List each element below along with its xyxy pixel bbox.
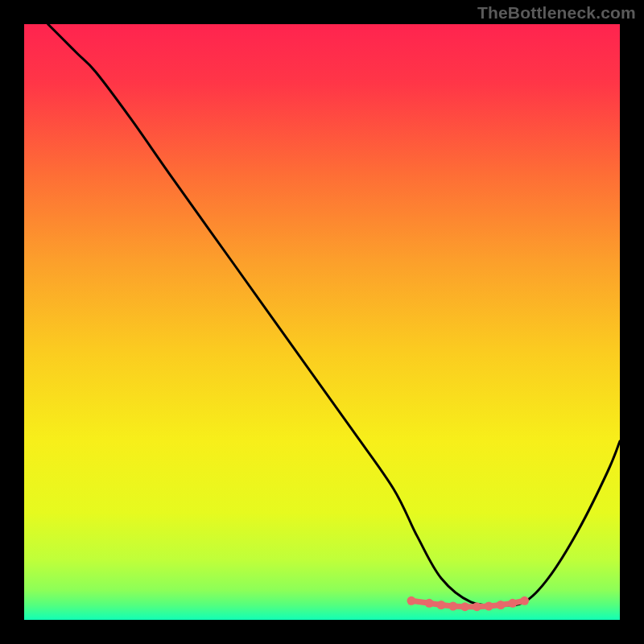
watermark-text: TheBottleneck.com	[477, 3, 636, 23]
bottom-markers	[407, 597, 530, 611]
chart-svg	[24, 24, 620, 620]
marker-point	[520, 597, 529, 605]
marker-point	[473, 602, 481, 611]
marker-point	[437, 601, 446, 609]
marker-point	[460, 602, 469, 611]
marker-point	[485, 602, 493, 611]
marker-point	[425, 599, 434, 608]
marker-point	[497, 601, 506, 609]
bottleneck-curve	[48, 24, 620, 605]
chart-container: { "watermark": "TheBottleneck.com", "cha…	[0, 0, 644, 644]
marker-point	[508, 599, 517, 608]
bottleneck-curve-path	[48, 24, 620, 605]
marker-point	[407, 597, 416, 605]
marker-point	[448, 602, 457, 611]
plot-area	[24, 24, 620, 620]
